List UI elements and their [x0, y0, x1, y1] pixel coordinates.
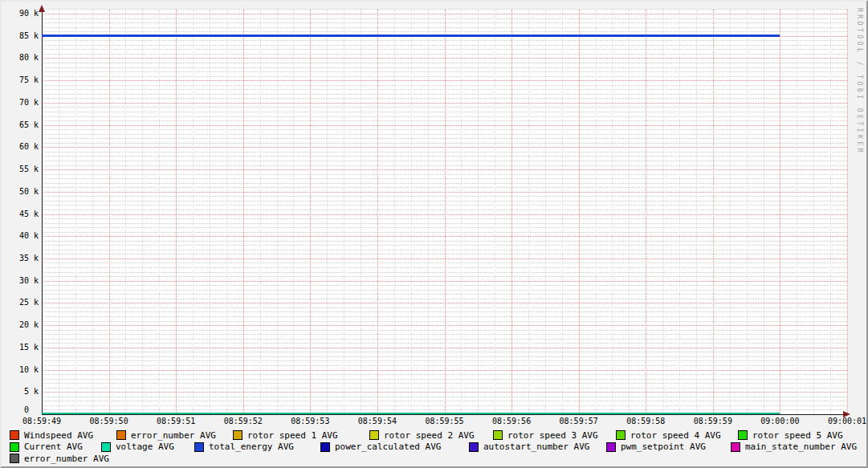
legend-label: power_calculated AVG: [335, 442, 441, 452]
y-tick-label: 80 k: [0, 53, 39, 63]
legend-swatch: [194, 442, 204, 452]
legend-swatch: [116, 430, 126, 440]
gridline-minor-v: [730, 10, 731, 414]
x-tick-label: 08:59:56: [479, 417, 544, 426]
y-tick-label: 55 k: [0, 165, 39, 174]
gridline-major-v: [176, 10, 177, 414]
x-tick-label: 08:59:57: [547, 417, 611, 426]
legend-item: total_energy AVG: [194, 442, 294, 452]
legend-label: pwm_setpoint AVG: [621, 442, 706, 452]
x-tick-label: 09:00:00: [748, 417, 812, 426]
gridline-major-v: [847, 10, 848, 414]
gridline-minor-v: [210, 10, 210, 414]
gridline-major-v: [243, 10, 244, 414]
gridline-minor-v: [394, 10, 395, 414]
x-tick-label: 08:59:55: [413, 417, 477, 426]
gridline-minor-v: [696, 10, 697, 414]
gridline-minor-v: [361, 10, 361, 414]
y-tick-label: 35 k: [0, 254, 39, 263]
legend-swatch: [616, 430, 626, 440]
legend-item: error_number AVG: [116, 430, 216, 440]
gridline-minor-v: [293, 10, 294, 414]
legend-swatch: [101, 442, 111, 452]
gridline-minor-v: [662, 10, 663, 414]
legend-swatch: [469, 442, 479, 452]
legend-item: error_number AVG: [10, 454, 109, 463]
y-tick-label: 75 k: [0, 75, 39, 85]
legend-item: autostart_number AVG: [469, 442, 589, 452]
y-tick-label: 5 k: [0, 387, 39, 397]
y-tick-label: 30 k: [0, 276, 39, 286]
gridline-minor-v: [830, 10, 831, 414]
legend-label: rotor speed 4 AVG: [630, 430, 721, 441]
gridline-minor-v: [75, 10, 76, 414]
legend-swatch: [606, 442, 616, 452]
gridline-minor-v: [59, 10, 59, 414]
gridline-minor-v: [277, 10, 278, 414]
rrdtool-graph: 05 k10 k15 k20 k25 k30 k35 k40 k45 k50 k…: [0, 0, 868, 468]
legend-swatch: [493, 430, 503, 440]
legend-item: rotor speed 2 AVG: [369, 430, 475, 440]
gridline-minor-v: [142, 10, 143, 414]
y-tick-label: 85 k: [0, 31, 39, 41]
legend-item: rotor speed 1 AVG: [233, 430, 338, 440]
gridline-minor-v: [813, 10, 814, 414]
legend-swatch: [10, 430, 19, 440]
y-tick-label: 10 k: [0, 365, 39, 375]
legend-swatch: [320, 442, 330, 452]
gridline-major-v: [579, 10, 580, 414]
legend-label: total_energy AVG: [209, 442, 294, 452]
gridline-major-v: [445, 10, 446, 414]
x-tick-label: 08:59:53: [278, 417, 342, 426]
legend-swatch: [738, 430, 748, 440]
gridline-minor-v: [797, 10, 797, 414]
legend-item: rotor speed 5 AVG: [738, 430, 843, 440]
gridline-major-v: [511, 10, 512, 414]
gridline-minor-v: [428, 10, 429, 414]
legend-swatch: [10, 454, 19, 463]
x-tick-label: 08:59:58: [613, 417, 678, 426]
legend-item: rotor speed 3 AVG: [493, 430, 598, 440]
gridline-major-v: [310, 10, 311, 414]
gridline-minor-v: [545, 10, 546, 414]
gridline-minor-v: [92, 10, 93, 414]
legend-swatch: [10, 442, 19, 452]
plot-area: [43, 10, 848, 414]
y-tick-label: 70 k: [0, 98, 39, 108]
y-tick-label: 45 k: [0, 210, 39, 219]
x-tick-label: 09:00:01: [815, 417, 868, 426]
y-tick-label: 40 k: [0, 231, 39, 241]
series-line-voltage-avg: [42, 413, 780, 415]
gridline-minor-v: [478, 10, 479, 414]
legend-label: main_state_number AVG: [745, 442, 857, 452]
legend-label: error_number AVG: [24, 454, 109, 464]
legend-item: main_state_number AVG: [731, 442, 857, 452]
y-tick-label: 25 k: [0, 298, 39, 307]
legend-label: rotor speed 1 AVG: [247, 430, 338, 441]
legend-item: pwm_setpoint AVG: [606, 442, 706, 452]
legend-swatch: [233, 430, 242, 440]
legend-swatch: [731, 442, 740, 452]
gridline-minor-v: [193, 10, 194, 414]
gridline-minor-v: [612, 10, 613, 414]
y-tick-label: 90 k: [0, 9, 39, 18]
legend-label: Windspeed AVG: [24, 430, 93, 441]
gridline-minor-v: [596, 10, 597, 414]
gridline-minor-v: [327, 10, 328, 414]
x-tick-label: 08:59:54: [345, 417, 410, 426]
legend-item: rotor speed 4 AVG: [616, 430, 721, 440]
legend-item: power_calculated AVG: [320, 442, 441, 452]
gridline-minor-v: [461, 10, 462, 414]
x-tick-label: 08:59:50: [77, 417, 141, 426]
gridline-minor-v: [528, 10, 529, 414]
gridline-minor-v: [679, 10, 680, 414]
y-tick-label: 50 k: [0, 187, 39, 197]
legend-label: rotor speed 3 AVG: [507, 430, 598, 441]
gridline-minor-v: [629, 10, 630, 414]
legend-label: rotor speed 2 AVG: [384, 430, 475, 441]
gridline-major-v: [713, 10, 714, 414]
x-axis: [42, 414, 843, 415]
legend-item: voltage AVG: [101, 442, 174, 452]
series-line-total_energy-avg: [42, 35, 780, 37]
gridline-minor-v: [260, 10, 261, 414]
